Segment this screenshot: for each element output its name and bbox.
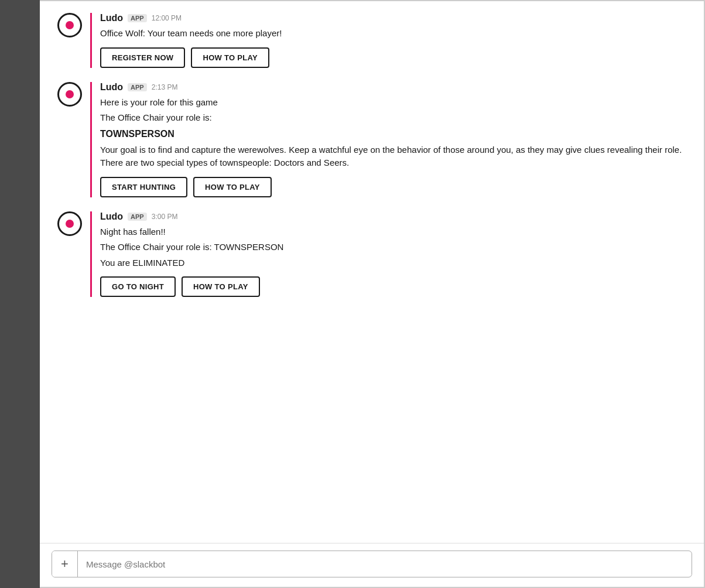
action-buttons: GO TO NIGHTHOW TO PLAY xyxy=(100,276,686,297)
action-button[interactable]: HOW TO PLAY xyxy=(191,47,269,68)
timestamp: 2:13 PM xyxy=(152,83,178,91)
message-header: LudoAPP12:00 PM xyxy=(100,13,686,23)
avatar xyxy=(57,13,82,37)
app-badge: APP xyxy=(128,14,147,22)
action-button[interactable]: REGISTER NOW xyxy=(100,47,185,68)
message-body: LudoAPP12:00 PMOffice Wolf: Your team ne… xyxy=(90,13,686,68)
message-input[interactable] xyxy=(78,553,692,575)
action-button[interactable]: HOW TO PLAY xyxy=(193,177,272,197)
avatar-dot xyxy=(66,220,74,228)
message-header: LudoAPP3:00 PM xyxy=(100,211,686,222)
message-line: You are ELIMINATED xyxy=(100,257,686,270)
action-buttons: START HUNTINGHOW TO PLAY xyxy=(100,177,686,197)
message-line: TOWNSPERSON xyxy=(100,127,686,141)
message-item: LudoAPP12:00 PMOffice Wolf: Your team ne… xyxy=(57,13,686,68)
messages-area: LudoAPP12:00 PMOffice Wolf: Your team ne… xyxy=(40,1,704,543)
avatar xyxy=(57,82,82,107)
input-area: + xyxy=(40,543,704,587)
avatar-dot xyxy=(66,21,74,29)
message-body: LudoAPP3:00 PMNight has fallen!!The Offi… xyxy=(90,211,686,298)
avatar xyxy=(57,211,82,236)
sidebar xyxy=(0,0,40,588)
action-buttons: REGISTER NOWHOW TO PLAY xyxy=(100,47,686,68)
action-button[interactable]: HOW TO PLAY xyxy=(182,276,260,297)
message-line: Night has fallen!! xyxy=(100,225,686,239)
app-badge: APP xyxy=(128,213,147,221)
message-line: Here is your role for this game xyxy=(100,96,686,110)
input-wrapper: + xyxy=(52,551,692,577)
message-header: LudoAPP2:13 PM xyxy=(100,82,686,93)
sender-name: Ludo xyxy=(100,82,123,93)
main-content: LudoAPP12:00 PMOffice Wolf: Your team ne… xyxy=(40,0,705,588)
action-button[interactable]: GO TO NIGHT xyxy=(100,276,176,297)
message-line: The Office Chair your role is: TOWNSPERS… xyxy=(100,241,686,254)
sender-name: Ludo xyxy=(100,211,123,222)
timestamp: 12:00 PM xyxy=(152,14,182,22)
message-item: LudoAPP3:00 PMNight has fallen!!The Offi… xyxy=(57,211,686,298)
app-badge: APP xyxy=(128,83,147,91)
plus-icon: + xyxy=(61,556,69,572)
sender-name: Ludo xyxy=(100,13,123,23)
timestamp: 3:00 PM xyxy=(152,213,178,221)
message-line: The Office Chair your role is: xyxy=(100,111,686,125)
message-line: Your goal is to find and capture the wer… xyxy=(100,143,686,170)
avatar-dot xyxy=(66,90,74,98)
message-body: LudoAPP2:13 PMHere is your role for this… xyxy=(90,82,686,197)
message-item: LudoAPP2:13 PMHere is your role for this… xyxy=(57,82,686,197)
message-line: Office Wolf: Your team needs one more pl… xyxy=(100,27,686,40)
add-button[interactable]: + xyxy=(52,551,78,577)
action-button[interactable]: START HUNTING xyxy=(100,177,187,197)
